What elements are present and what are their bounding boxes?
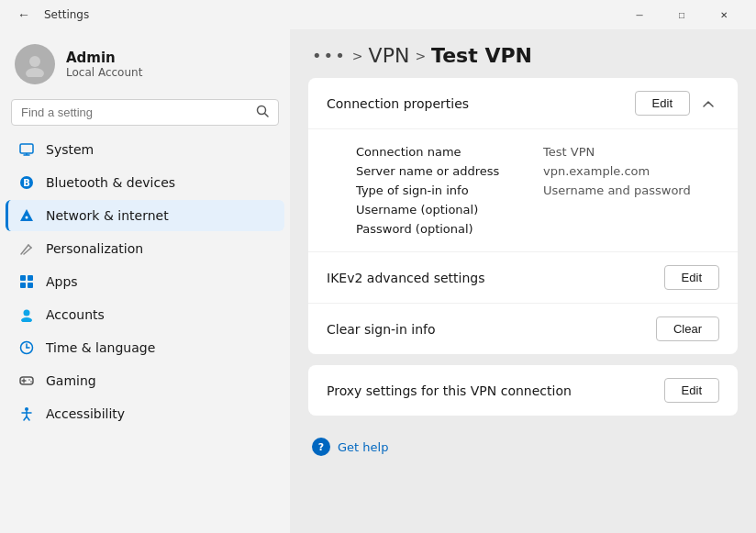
back-button[interactable]: ← <box>11 2 37 28</box>
detail-row-signin-type: Type of sign-in info Username and passwo… <box>356 181 719 200</box>
title-bar: ← Settings ─ □ ✕ <box>0 0 756 29</box>
main-content: ••• > VPN > Test VPN Connection properti… <box>290 29 756 533</box>
time-icon <box>18 339 35 356</box>
search-input[interactable] <box>21 105 250 119</box>
sidebar-item-accounts-label: Accounts <box>46 307 105 322</box>
detail-label-username: Username (optional) <box>356 203 521 217</box>
sidebar: Admin Local Account System <box>0 29 290 533</box>
user-info: Admin Local Account <box>66 50 142 79</box>
user-section: Admin Local Account <box>0 29 290 95</box>
connection-details: Connection name Test VPN Server name or … <box>308 129 738 251</box>
sidebar-item-apps[interactable]: Apps <box>6 266 284 297</box>
get-help-link[interactable]: Get help <box>338 440 388 454</box>
breadcrumb-current: Test VPN <box>431 44 532 67</box>
svg-text:B: B <box>23 178 30 188</box>
sidebar-item-time-label: Time & language <box>46 340 155 355</box>
connection-edit-button[interactable]: Edit <box>635 91 690 116</box>
clear-signin-row: Clear sign-in info Clear <box>308 303 738 354</box>
sidebar-item-system-label: System <box>46 142 94 157</box>
sidebar-item-gaming-label: Gaming <box>46 373 96 388</box>
sidebar-item-accessibility[interactable]: Accessibility <box>6 398 284 429</box>
proxy-edit-button[interactable]: Edit <box>664 378 719 403</box>
app-title: Settings <box>44 8 611 21</box>
user-name: Admin <box>66 50 142 66</box>
breadcrumb: ••• > VPN > Test VPN <box>290 29 756 78</box>
breadcrumb-sep2: > <box>415 49 426 63</box>
sidebar-item-personalization-label: Personalization <box>46 241 143 256</box>
proxy-row: Proxy settings for this VPN connection E… <box>308 365 738 416</box>
sidebar-item-bluetooth-label: Bluetooth & devices <box>46 175 175 190</box>
detail-value-name: Test VPN <box>543 145 595 159</box>
svg-point-19 <box>21 317 32 322</box>
gaming-icon <box>18 372 35 389</box>
sidebar-item-accessibility-label: Accessibility <box>46 406 125 421</box>
chevron-up-icon[interactable] <box>697 93 719 115</box>
sidebar-item-personalization[interactable]: Personalization <box>6 233 284 264</box>
svg-point-0 <box>29 56 40 67</box>
sidebar-item-bluetooth[interactable]: B Bluetooth & devices <box>6 167 284 198</box>
breadcrumb-sep1: > <box>352 49 363 63</box>
accessibility-icon <box>18 405 35 422</box>
detail-row-name: Connection name Test VPN <box>356 142 719 161</box>
svg-rect-16 <box>20 283 26 288</box>
sidebar-item-apps-label: Apps <box>46 274 78 289</box>
breadcrumb-vpn[interactable]: VPN <box>369 44 410 67</box>
search-icon <box>256 105 269 120</box>
connection-properties-actions: Edit <box>635 91 719 116</box>
svg-text:?: ? <box>318 441 324 453</box>
detail-label-signin-type: Type of sign-in info <box>356 183 521 197</box>
close-button[interactable]: ✕ <box>703 0 745 29</box>
svg-rect-4 <box>20 144 33 153</box>
breadcrumb-dots[interactable]: ••• <box>312 46 347 65</box>
clear-button[interactable]: Clear <box>656 316 719 341</box>
svg-rect-17 <box>28 283 33 288</box>
svg-marker-9 <box>20 209 33 221</box>
personalization-icon <box>18 240 35 257</box>
app-body: Admin Local Account System <box>0 29 756 533</box>
get-help-area: ? Get help <box>290 427 756 467</box>
svg-point-1 <box>26 68 44 77</box>
detail-row-password: Password (optional) <box>356 219 719 239</box>
detail-label-server: Server name or address <box>356 164 521 178</box>
user-sub: Local Account <box>66 66 142 79</box>
ikev2-edit-button[interactable]: Edit <box>664 265 719 290</box>
network-icon <box>18 207 35 224</box>
detail-row-server: Server name or address vpn.example.com <box>356 161 719 181</box>
connection-properties-header: Connection properties Edit <box>308 78 738 129</box>
detail-value-server: vpn.example.com <box>543 164 650 178</box>
sidebar-item-network-label: Network & internet <box>46 208 169 223</box>
detail-label-name: Connection name <box>356 145 521 159</box>
svg-rect-14 <box>20 275 26 281</box>
svg-point-26 <box>28 379 30 381</box>
bluetooth-icon: B <box>18 174 35 191</box>
window-controls: ─ □ ✕ <box>618 0 745 29</box>
search-box[interactable] <box>11 99 279 126</box>
sidebar-item-gaming[interactable]: Gaming <box>6 365 284 396</box>
svg-point-18 <box>24 310 30 316</box>
sidebar-item-network[interactable]: Network & internet <box>6 200 284 231</box>
accounts-icon <box>18 306 35 323</box>
ikev2-label: IKEv2 advanced settings <box>327 271 484 285</box>
connection-properties-title: Connection properties <box>327 96 469 111</box>
proxy-settings-card: Proxy settings for this VPN connection E… <box>308 365 738 416</box>
avatar <box>15 44 55 84</box>
maximize-button[interactable]: □ <box>661 0 703 29</box>
svg-rect-15 <box>28 275 33 281</box>
svg-point-28 <box>25 407 28 411</box>
svg-point-10 <box>26 217 28 219</box>
detail-row-username: Username (optional) <box>356 200 719 219</box>
svg-point-27 <box>30 381 32 383</box>
ikev2-row: IKEv2 advanced settings Edit <box>308 251 738 303</box>
sidebar-item-accounts[interactable]: Accounts <box>6 299 284 330</box>
proxy-label: Proxy settings for this VPN connection <box>327 383 572 398</box>
detail-label-password: Password (optional) <box>356 222 521 236</box>
get-help-icon: ? <box>312 438 330 456</box>
system-icon <box>18 141 35 158</box>
minimize-button[interactable]: ─ <box>618 0 661 29</box>
apps-icon <box>18 273 35 290</box>
sidebar-item-time[interactable]: Time & language <box>6 332 284 363</box>
svg-line-3 <box>265 114 269 117</box>
clear-signin-label: Clear sign-in info <box>327 322 436 337</box>
connection-properties-card: Connection properties Edit Connection na… <box>308 78 738 354</box>
sidebar-item-system[interactable]: System <box>6 134 284 165</box>
